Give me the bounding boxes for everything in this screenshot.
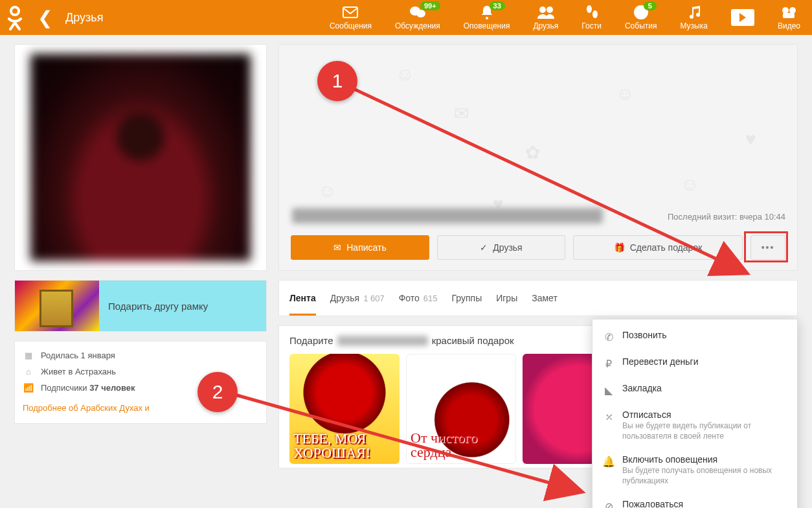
svg-point-7: [587, 5, 592, 13]
profile-tabs-card: ЛентаДрузья1 607Фото615ГруппыИгрыЗамет: [278, 280, 798, 316]
menu-item-title: Пожаловаться: [622, 499, 787, 508]
nav-badge: 33: [490, 1, 505, 10]
info-lives: Живет в Астрахань: [41, 367, 116, 376]
nav-label: Сообщения: [330, 21, 372, 30]
nav-discussions[interactable]: Обсуждения99+: [383, 0, 452, 35]
svg-point-4: [486, 17, 488, 19]
gift-button[interactable]: 🎁 Сделать подарок: [573, 235, 743, 260]
gift-icon: 🎁: [614, 242, 625, 253]
svg-point-6: [547, 6, 553, 13]
rss-icon: 📶: [23, 383, 34, 393]
tab-Фото[interactable]: Фото615: [399, 293, 438, 303]
envelope-icon: [343, 5, 358, 20]
phone-icon: ✆: [603, 331, 615, 343]
report-icon: ⊘: [603, 500, 615, 508]
gift-recipient-blurred: [337, 336, 428, 346]
location-icon: ⌂: [23, 367, 34, 376]
tab-Друзья[interactable]: Друзья1 607: [330, 293, 385, 303]
nav-label: Обсуждения: [395, 21, 440, 30]
nav-badge: 5: [644, 1, 657, 10]
profile-avatar-blurred: [30, 54, 251, 261]
write-button-label: Написать: [346, 242, 386, 253]
tab-Группы[interactable]: Группы: [452, 293, 482, 303]
menu-item-title: Закладка: [622, 383, 787, 393]
profile-avatar-card[interactable]: [14, 44, 267, 271]
tab-count: 1 607: [363, 294, 385, 303]
svg-point-11: [789, 7, 796, 14]
menu-item-report[interactable]: ⊘Пожаловаться: [592, 492, 797, 508]
menu-item-subtitle: Вы не будете видеть публикации от пользо…: [622, 421, 787, 441]
more-actions-dropdown: ✆Позвонить₽Перевести деньги◣Закладка⤫Отп…: [592, 319, 798, 508]
gift-banner[interactable]: Подарить другу рамку: [14, 280, 267, 332]
nav-video[interactable]: Видео: [766, 0, 812, 35]
music-icon: [687, 5, 701, 20]
nav-events[interactable]: События5: [613, 0, 669, 35]
play-icon: [731, 9, 754, 26]
gift-button-label: Сделать подарок: [630, 242, 703, 253]
profile-name-blurred: [292, 208, 603, 224]
menu-item-bookmark[interactable]: ◣Закладка: [592, 376, 797, 403]
info-more-link[interactable]: Подробнее об Арабских Духах и: [23, 403, 150, 413]
people-icon: [537, 5, 555, 20]
info-subs-count: 37 человек: [89, 383, 135, 393]
tab-Замет[interactable]: Замет: [532, 293, 558, 303]
more-actions-button[interactable]: •••: [750, 235, 785, 260]
check-icon: ✓: [480, 242, 488, 253]
menu-item-subtitle: Вы будете получать оповещения о новых пу…: [622, 466, 787, 486]
tab-Лента[interactable]: Лента: [289, 293, 316, 316]
gift-item[interactable]: ТЕБЕ, МОЯ ХОРОШАЯ!: [289, 354, 400, 464]
menu-item-phone[interactable]: ✆Позвонить: [592, 323, 797, 350]
gift-caption: От чистого сердца: [411, 431, 512, 459]
svg-point-10: [782, 7, 789, 14]
write-button[interactable]: ✉ Написать: [291, 235, 429, 260]
envelope-icon: ✉: [333, 242, 341, 253]
ellipsis-icon: •••: [761, 242, 775, 253]
ruble-icon: ₽: [603, 358, 615, 370]
nav-music[interactable]: Музыка: [668, 0, 719, 35]
nav-play[interactable]: [719, 0, 766, 35]
menu-item-bell[interactable]: 🔔Включить оповещенияВы будете получать о…: [592, 448, 797, 492]
top-navbar: ❮ Друзья СообщенияОбсуждения99+Оповещени…: [0, 0, 812, 35]
nav-label: Музыка: [680, 21, 707, 30]
bookmark-icon: ◣: [603, 384, 615, 397]
menu-item-title: Перевести деньги: [622, 356, 787, 367]
svg-point-0: [11, 7, 19, 15]
nav-label: Видео: [778, 21, 800, 30]
gift-banner-image: [15, 281, 99, 331]
nav-label: Друзья: [533, 21, 558, 30]
bell-icon: 🔔: [603, 456, 615, 468]
profile-actions: ✉ Написать ✓ Друзья 🎁 Сделать подарок ••…: [291, 235, 785, 260]
gift-title-suffix: красивый подарок: [432, 335, 514, 346]
info-born: Родилась 1 января: [41, 351, 115, 360]
nav-label: Оповещения: [464, 21, 510, 30]
nav-badge: 99+: [420, 1, 440, 10]
nav-label: Гости: [581, 21, 602, 30]
back-chevron-icon[interactable]: ❮: [38, 7, 52, 29]
footsteps-icon: [585, 5, 599, 20]
annotation-badge-2: 2: [197, 372, 238, 412]
info-subs-label: Подписчики: [41, 383, 87, 393]
annotation-badge-1: 1: [317, 61, 357, 101]
friends-button[interactable]: ✓ Друзья: [437, 235, 565, 260]
menu-item-ruble[interactable]: ₽Перевести деньги: [592, 350, 797, 376]
svg-rect-1: [343, 7, 357, 17]
last-visit-label: Последний визит: вчера 10:44: [668, 212, 785, 222]
calendar-icon: ▦: [23, 351, 34, 360]
nav-friends[interactable]: Друзья: [521, 0, 570, 35]
menu-item-unsub[interactable]: ⤫ОтписатьсяВы не будете видеть публикаци…: [592, 403, 797, 448]
gift-banner-text: Подарить другу рамку: [99, 281, 266, 331]
ok-logo-icon[interactable]: [6, 5, 23, 30]
nav-guests[interactable]: Гости: [570, 0, 613, 35]
tab-Игры[interactable]: Игры: [496, 293, 517, 303]
tab-count: 615: [423, 294, 438, 303]
menu-item-title: Отписаться: [622, 410, 787, 420]
gift-caption: ТЕБЕ, МОЯ ХОРОШАЯ!: [293, 432, 396, 460]
unsub-icon: ⤫: [603, 411, 615, 423]
video-icon: [780, 5, 797, 20]
svg-point-8: [592, 10, 598, 18]
nav-notifications[interactable]: Оповещения33: [452, 0, 522, 35]
nav-messages[interactable]: Сообщения: [318, 0, 383, 35]
gift-item[interactable]: От чистого сердца: [406, 354, 516, 464]
menu-item-title: Позвонить: [622, 330, 787, 340]
friends-button-label: Друзья: [493, 242, 522, 253]
